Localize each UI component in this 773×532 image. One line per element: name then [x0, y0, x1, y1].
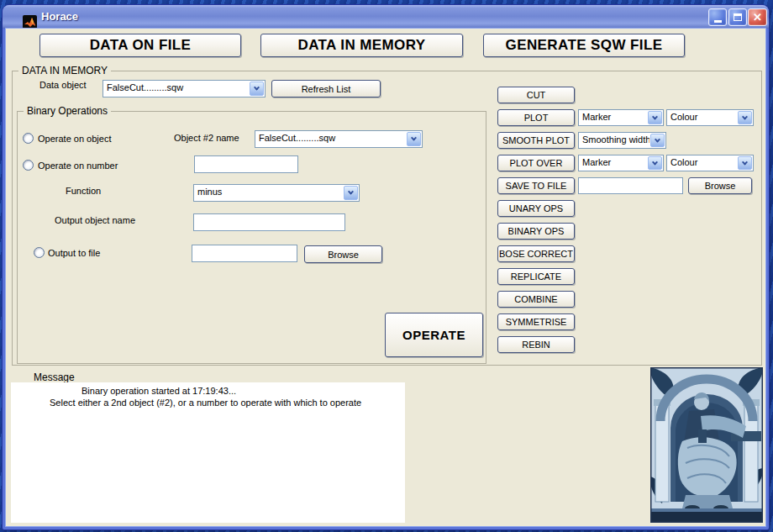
close-icon: ✕ [753, 12, 762, 23]
radio-output-to-file[interactable] [34, 247, 45, 258]
desktop: Horace ✕ DATA ON FILE DATA IN MEMORY GEN… [0, 0, 773, 532]
operate-on-number-label: Operate on number [38, 161, 118, 171]
maximize-button[interactable] [728, 8, 747, 26]
operate-on-object-label: Operate on object [38, 134, 111, 144]
generate-sqw-file-button[interactable]: GENERATE SQW FILE [483, 34, 685, 57]
operate-button[interactable]: OPERATE [385, 313, 483, 357]
maximize-icon [734, 13, 742, 21]
bose-correct-button[interactable]: BOSE CORRECT [497, 245, 575, 262]
data-in-memory-button[interactable]: DATA IN MEMORY [260, 34, 463, 57]
minimize-icon [714, 20, 722, 23]
save-to-file-button[interactable]: SAVE TO FILE [497, 177, 575, 194]
output-file-input[interactable] [192, 245, 297, 262]
object2-combo[interactable]: FalseCut.........sqw [255, 130, 423, 148]
symmetrise-button[interactable]: SYMMETRISE [497, 313, 575, 330]
chevron-down-icon[interactable] [344, 186, 358, 200]
message-line-1: Binary operation started at 17:19:43... [82, 386, 236, 396]
refresh-list-button[interactable]: Refresh List [271, 80, 381, 97]
plot-over-button[interactable]: PLOT OVER [497, 155, 575, 171]
horace-portrait [650, 367, 763, 523]
save-to-file-browse-button[interactable]: Browse [688, 177, 752, 194]
message-box: Binary operation started at 17:19:43... … [11, 382, 405, 523]
message-line-2: Select either a 2nd object (#2), or a nu… [50, 398, 361, 408]
data-on-file-button[interactable]: DATA ON FILE [39, 34, 241, 57]
close-button[interactable]: ✕ [748, 8, 767, 26]
plot-over-colour-combo[interactable]: Colour [666, 155, 754, 171]
message-label: Message [34, 371, 75, 383]
chevron-down-icon[interactable] [648, 156, 662, 170]
unary-ops-button[interactable]: UNARY OPS [497, 200, 575, 217]
binary-operations-group-legend: Binary Operations [24, 105, 111, 117]
save-to-file-input[interactable] [578, 177, 683, 194]
output-file-browse-button[interactable]: Browse [304, 245, 382, 263]
data-object-combo-value: FalseCut.........sqw [103, 81, 249, 97]
output-object-name-label: Output object name [55, 215, 135, 225]
data-object-combo[interactable]: FalseCut.........sqw [103, 80, 266, 97]
binary-ops-button[interactable]: BINARY OPS [497, 223, 575, 240]
data-in-memory-group-legend: DATA IN MEMORY [18, 65, 111, 76]
object2-combo-value: FalseCut.........sqw [255, 131, 406, 147]
chevron-down-icon[interactable] [648, 111, 662, 124]
plot-button[interactable]: PLOT [497, 109, 575, 126]
window-title: Horace [41, 10, 78, 23]
chevron-down-icon[interactable] [250, 82, 264, 96]
plot-over-marker-combo[interactable]: Marker [578, 155, 664, 171]
output-to-file-label: Output to file [48, 248, 100, 258]
chevron-down-icon[interactable] [407, 132, 421, 146]
combine-button[interactable]: COMBINE [497, 291, 575, 308]
function-combo-value: minus [194, 185, 343, 201]
smoothing-width-combo-value: Smoothing width [579, 133, 649, 148]
smooth-plot-button[interactable]: SMOOTH PLOT [497, 132, 575, 149]
output-object-name-input[interactable] [193, 213, 345, 231]
plot-over-colour-combo-value: Colour [667, 155, 737, 171]
chevron-down-icon[interactable] [738, 156, 752, 170]
object2-name-label: Object #2 name [174, 133, 239, 143]
plot-colour-combo[interactable]: Colour [666, 109, 754, 126]
chevron-down-icon[interactable] [738, 111, 752, 124]
plot-over-marker-combo-value: Marker [579, 155, 647, 171]
data-object-label: Data object [39, 80, 87, 90]
matlab-icon [23, 15, 37, 29]
plot-marker-combo-value: Marker [579, 110, 647, 125]
rebin-button[interactable]: REBIN [497, 336, 575, 353]
plot-marker-combo[interactable]: Marker [578, 109, 664, 126]
plot-colour-combo-value: Colour [667, 110, 737, 125]
replicate-button[interactable]: REPLICATE [497, 268, 575, 285]
cut-button[interactable]: CUT [497, 87, 575, 103]
title-bar[interactable]: Horace [3, 5, 769, 29]
smoothing-width-combo[interactable]: Smoothing width [578, 132, 666, 149]
number-input[interactable] [194, 155, 298, 173]
chevron-down-icon[interactable] [650, 134, 665, 147]
minimize-button[interactable] [708, 8, 727, 26]
radio-operate-on-object[interactable] [23, 133, 34, 144]
radio-operate-on-number[interactable] [23, 160, 34, 171]
function-label: Function [66, 186, 101, 196]
function-combo[interactable]: minus [193, 184, 360, 202]
